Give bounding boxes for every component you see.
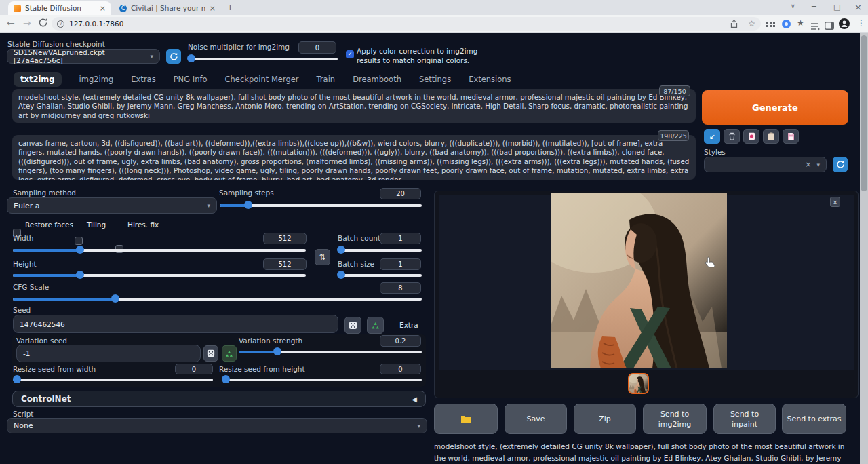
bookmark-star-icon[interactable]: ☆ (748, 19, 755, 28)
apply-style-button[interactable] (763, 129, 779, 144)
sampling-steps-slider[interactable] (220, 201, 422, 209)
variation-seed-input[interactable]: -1 (16, 345, 201, 362)
save-button[interactable]: Save (505, 404, 567, 434)
extensions-puzzle-icon[interactable]: ★ (797, 18, 804, 28)
window-chevron-icon[interactable]: ∨ (791, 3, 795, 9)
extension-blue-icon[interactable] (782, 20, 791, 28)
resize-seed-width-label: Resize seed from width (13, 365, 96, 373)
noise-multiplier-value[interactable]: 0 (298, 41, 336, 54)
variation-strength-slider[interactable] (239, 347, 422, 355)
negative-prompt-textarea[interactable]: canvas frame, cartoon, 3d, ((disfigured)… (12, 135, 696, 180)
tab-close-icon[interactable]: × (210, 4, 216, 13)
share-icon[interactable] (730, 20, 738, 28)
random-seed-button[interactable] (344, 317, 361, 334)
save-style-button[interactable] (783, 129, 799, 144)
send-to-inpaint-button[interactable]: Send to inpaint (713, 404, 776, 434)
back-icon[interactable]: ← (7, 18, 15, 28)
url-bar[interactable]: i 127.0.0.1:7860 ☆ (52, 17, 761, 31)
height-label: Height (13, 260, 37, 268)
extra-networks-button[interactable] (743, 129, 760, 144)
clipboard-icon (768, 132, 775, 140)
checkpoint-dropdown[interactable]: SD15NewVAEpruned.ckpt [27a4ac756c] ▾ (7, 49, 160, 64)
browser-tab-stable-diffusion[interactable]: Stable Diffusion × (8, 1, 111, 15)
window-maximize-icon[interactable]: □ (833, 3, 840, 12)
main-tab-bar: txt2img img2img Extras PNG Info Checkpoi… (14, 72, 511, 87)
variation-strength-value[interactable]: 0.2 (380, 335, 421, 347)
noise-multiplier-slider[interactable] (191, 54, 338, 62)
window-close-icon[interactable]: × (854, 2, 862, 12)
cfg-scale-value[interactable]: 8 (380, 282, 421, 294)
batch-count-slider[interactable] (338, 246, 422, 254)
browser-tab-civitai[interactable]: C Civitai | Share your models × (114, 1, 221, 15)
width-value[interactable]: 512 (263, 233, 307, 244)
apps-grid-icon[interactable] (766, 20, 776, 33)
send-to-extras-button[interactable]: Send to extras (782, 404, 846, 434)
tab-extras[interactable]: Extras (131, 75, 155, 84)
gallery-thumbnail[interactable] (628, 373, 649, 394)
reuse-seed-button[interactable] (367, 317, 384, 334)
tab-txt2img[interactable]: txt2img (14, 72, 62, 87)
tab-dreambooth[interactable]: Dreambooth (353, 75, 401, 84)
checkpoint-value: SD15NewVAEpruned.ckpt [27a4ac756c] (14, 48, 150, 64)
tab-close-icon[interactable]: × (100, 4, 106, 13)
tab-checkpoint-merger[interactable]: Checkpoint Merger (225, 75, 299, 84)
site-info-icon[interactable]: i (57, 20, 64, 28)
sampling-steps-value[interactable]: 20 (380, 188, 421, 199)
color-correction-checkbox[interactable] (346, 50, 354, 58)
browser-tab-title: Stable Diffusion (25, 4, 81, 12)
script-dropdown[interactable]: None ▾ (7, 418, 427, 433)
side-panel-icon[interactable] (825, 20, 834, 33)
tab-png-info[interactable]: PNG Info (174, 75, 208, 84)
checkpoint-refresh-button[interactable] (166, 49, 181, 64)
width-slider[interactable] (13, 246, 306, 254)
resize-seed-width-value[interactable]: 0 (175, 364, 213, 374)
hires-fix-label: Hires. fix (127, 220, 159, 229)
floppy-save-icon (787, 132, 795, 140)
card-icon (748, 132, 755, 140)
menu-kebab-icon[interactable]: ⋮ (857, 18, 865, 28)
checkpoint-label: Stable Diffusion checkpoint (7, 40, 105, 48)
forward-icon[interactable]: → (23, 18, 31, 28)
tab-img2img[interactable]: img2img (79, 75, 114, 84)
prompt-textarea[interactable]: modelshoot style, (extremely detailed CG… (12, 89, 696, 123)
batch-size-value[interactable]: 1 (380, 258, 421, 270)
resize-seed-height-value[interactable]: 0 (380, 364, 421, 374)
new-tab-button[interactable]: + (226, 2, 234, 12)
swap-dimensions-button[interactable]: ⇅ (315, 249, 330, 265)
resize-seed-width-slider[interactable] (13, 375, 213, 383)
browser-tab-title: Civitai | Share your models (131, 4, 205, 12)
send-to-img2img-button[interactable]: Send to img2img (643, 404, 707, 434)
zip-button[interactable]: Zip (574, 404, 636, 434)
generate-button[interactable]: Generate (702, 90, 848, 125)
scrollbar-thumb[interactable] (861, 35, 867, 191)
styles-dropdown[interactable]: × ▾ (704, 157, 827, 172)
reload-icon[interactable] (38, 18, 48, 31)
profile-avatar[interactable] (839, 18, 850, 29)
clear-icon[interactable]: × (805, 160, 811, 169)
tiling-checkbox[interactable] (75, 237, 83, 245)
page-scrollbar[interactable] (860, 33, 868, 464)
height-value[interactable]: 512 (263, 258, 307, 270)
close-preview-button[interactable]: × (830, 197, 840, 207)
tab-extensions[interactable]: Extensions (469, 75, 511, 84)
height-slider[interactable] (13, 271, 306, 279)
generated-image[interactable] (551, 193, 727, 368)
styles-refresh-button[interactable] (833, 157, 848, 172)
reuse-variation-seed-button[interactable] (222, 345, 237, 362)
batch-count-value[interactable]: 1 (380, 233, 421, 244)
seed-input[interactable]: 1476462546 (13, 315, 338, 333)
resize-seed-height-slider[interactable] (224, 375, 422, 383)
window-minimize-icon[interactable]: ─ (812, 2, 816, 11)
random-variation-seed-button[interactable] (203, 345, 218, 362)
tab-settings[interactable]: Settings (419, 75, 451, 84)
sampling-method-dropdown[interactable]: Euler a ▾ (7, 197, 217, 214)
recycle-icon (225, 350, 233, 357)
controlnet-accordion[interactable]: ControlNet ◀ (12, 391, 426, 407)
clear-prompt-button[interactable] (724, 129, 740, 144)
reading-list-icon[interactable] (811, 20, 821, 33)
tab-train[interactable]: Train (317, 75, 336, 84)
batch-size-slider[interactable] (338, 271, 422, 279)
cfg-scale-slider[interactable] (13, 294, 422, 303)
paste-params-button[interactable]: ↙ (704, 129, 720, 144)
open-folder-button[interactable] (434, 404, 498, 434)
